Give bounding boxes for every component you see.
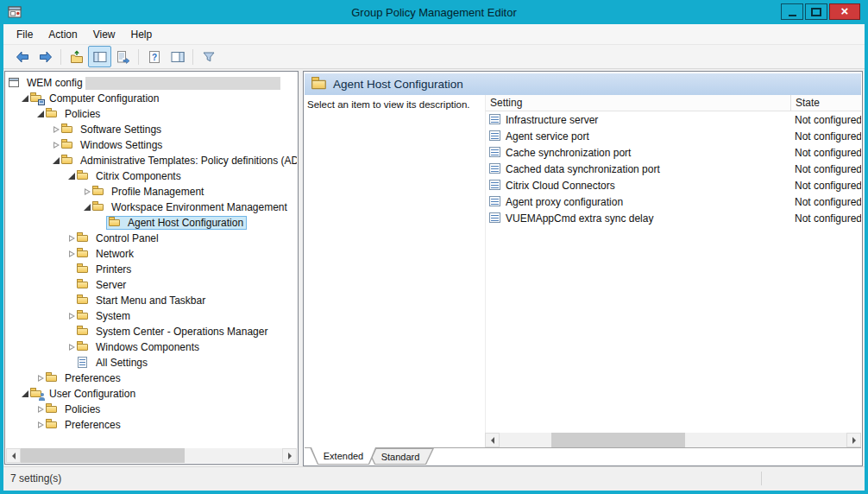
tree-item-wem-config[interactable]: WEM config bbox=[6, 75, 297, 91]
console-tree-pane: WEM config Computer Configuration Polici… bbox=[4, 71, 299, 465]
tree-item-system[interactable]: System bbox=[6, 308, 297, 324]
scroll-left-arrow[interactable] bbox=[485, 433, 500, 447]
collapsed-arrow-icon[interactable] bbox=[35, 404, 46, 415]
expanded-arrow-icon[interactable] bbox=[20, 93, 30, 104]
collapsed-arrow-icon[interactable] bbox=[66, 249, 77, 259]
expanded-arrow-icon[interactable] bbox=[35, 109, 46, 119]
selected-tree-item[interactable]: Agent Host Configuration bbox=[106, 216, 247, 230]
minimize-button[interactable] bbox=[781, 3, 803, 20]
show-hide-action-pane-button[interactable] bbox=[166, 46, 189, 67]
tree-item-profile-management[interactable]: Profile Management bbox=[6, 184, 297, 200]
tree-item-software-settings[interactable]: Software Settings bbox=[6, 122, 297, 137]
description-hint: Select an item to view its description. bbox=[307, 99, 483, 110]
filter-button[interactable] bbox=[197, 46, 220, 67]
expanded-arrow-icon[interactable] bbox=[20, 389, 30, 399]
tree-item-preferences-computer[interactable]: Preferences bbox=[6, 370, 297, 386]
tree-item-system-center-operations-manager[interactable]: System Center - Operations Manager bbox=[6, 324, 297, 339]
collapsed-arrow-icon[interactable] bbox=[51, 140, 61, 150]
tree-item-agent-host-configuration[interactable]: Agent Host Configuration bbox=[6, 215, 297, 231]
scroll-right-arrow[interactable] bbox=[846, 433, 861, 447]
scrollbar-thumb[interactable] bbox=[551, 433, 685, 447]
list-rows: Infrastructure server Not configured Age… bbox=[486, 111, 861, 433]
tree-item-printers[interactable]: Printers bbox=[6, 262, 297, 277]
tree-item-label: Software Settings bbox=[80, 124, 161, 136]
user-overlay-icon bbox=[38, 393, 46, 401]
window-title: Group Policy Management Editor bbox=[0, 0, 868, 24]
collapsed-arrow-icon[interactable] bbox=[82, 187, 92, 197]
menu-help[interactable]: Help bbox=[123, 26, 160, 43]
settings-row-cached-data-synchronization-port[interactable]: Cached data synchronization port Not con… bbox=[486, 161, 861, 177]
settings-row-agent-proxy-configuration[interactable]: Agent proxy configuration Not configured bbox=[486, 193, 861, 210]
window-titlebar[interactable]: Group Policy Management Editor bbox=[0, 0, 868, 24]
tree-item-policies-user[interactable]: Policies bbox=[6, 402, 297, 417]
export-list-button[interactable] bbox=[111, 46, 135, 67]
tree-item-citrix-components[interactable]: Citrix Components bbox=[6, 168, 297, 184]
console-tree: WEM config Computer Configuration Polici… bbox=[6, 73, 297, 448]
maximize-button[interactable] bbox=[805, 3, 827, 20]
all-settings-icon bbox=[77, 357, 91, 369]
tree-item-policies[interactable]: Policies bbox=[6, 106, 297, 122]
tree-item-network[interactable]: Network bbox=[6, 246, 297, 262]
tree-item-windows-components[interactable]: Windows Components bbox=[6, 339, 297, 355]
collapsed-arrow-icon[interactable] bbox=[66, 311, 77, 321]
column-header-state[interactable]: State bbox=[791, 95, 861, 111]
policy-setting-icon bbox=[489, 147, 501, 158]
list-horizontal-scrollbar[interactable] bbox=[485, 433, 861, 447]
close-button[interactable] bbox=[829, 3, 860, 20]
folder-icon bbox=[61, 139, 75, 151]
settings-row-cache-synchronization-port[interactable]: Cache synchronization port Not configure… bbox=[486, 144, 861, 161]
panes-area: WEM config Computer Configuration Polici… bbox=[3, 69, 865, 466]
tab-extended[interactable]: Extended bbox=[310, 447, 377, 465]
tree-item-server[interactable]: Server bbox=[6, 277, 297, 293]
expanded-arrow-icon[interactable] bbox=[82, 202, 92, 212]
scroll-right-arrow[interactable] bbox=[282, 448, 297, 463]
gpme-window: Group Policy Management Editor File Acti… bbox=[0, 0, 868, 494]
up-one-level-button[interactable] bbox=[65, 46, 88, 67]
settings-row-citrix-cloud-connectors[interactable]: Citrix Cloud Connectors Not configured bbox=[486, 177, 861, 193]
help-button[interactable]: ? bbox=[142, 46, 166, 67]
folder-icon bbox=[77, 326, 91, 338]
setting-state: Not configured bbox=[795, 147, 861, 159]
settings-row-agent-service-port[interactable]: Agent service port Not configured bbox=[486, 128, 861, 144]
show-hide-console-tree-button[interactable] bbox=[88, 46, 111, 67]
tree-item-label: Preferences bbox=[65, 372, 121, 384]
tree-item-windows-settings[interactable]: Windows Settings bbox=[6, 137, 297, 153]
scrollbar-thumb[interactable] bbox=[21, 448, 185, 463]
tree-item-label: WEM config bbox=[27, 77, 83, 89]
tree-item-control-panel[interactable]: Control Panel bbox=[6, 231, 297, 246]
collapsed-arrow-icon[interactable] bbox=[51, 124, 61, 135]
settings-list: Setting State Infrastructure server Not … bbox=[485, 95, 861, 433]
settings-row-vuemappcmd-extra-sync-delay[interactable]: VUEMAppCmd extra sync delay Not configur… bbox=[486, 210, 861, 226]
tree-item-computer-configuration[interactable]: Computer Configuration bbox=[6, 91, 297, 106]
expanded-arrow-icon[interactable] bbox=[51, 155, 61, 166]
folder-icon bbox=[46, 372, 60, 384]
collapsed-arrow-icon[interactable] bbox=[66, 233, 77, 244]
policy-setting-icon bbox=[489, 212, 501, 224]
folder-icon bbox=[77, 248, 91, 260]
tree-item-label: Preferences bbox=[65, 419, 121, 431]
tree-item-start-menu-and-taskbar[interactable]: Start Menu and Taskbar bbox=[6, 293, 297, 308]
expanded-arrow-icon[interactable] bbox=[66, 171, 77, 181]
settings-row-infrastructure-server[interactable]: Infrastructure server Not configured bbox=[486, 111, 861, 128]
collapsed-arrow-icon[interactable] bbox=[35, 420, 46, 430]
tree-item-administrative-templates[interactable]: Administrative Templates: Policy definit… bbox=[6, 153, 297, 168]
tree-item-user-configuration[interactable]: User Configuration bbox=[6, 386, 297, 402]
scroll-left-arrow[interactable] bbox=[6, 448, 21, 463]
toolbar-separator bbox=[60, 49, 61, 65]
back-button[interactable] bbox=[10, 46, 34, 67]
column-header-setting[interactable]: Setting bbox=[486, 95, 791, 111]
menu-file[interactable]: File bbox=[9, 26, 41, 43]
toolbar-separator bbox=[192, 49, 193, 65]
tree-item-label: Policies bbox=[65, 403, 100, 415]
forward-button[interactable] bbox=[34, 46, 57, 67]
collapsed-arrow-icon[interactable] bbox=[35, 373, 46, 383]
tree-horizontal-scrollbar[interactable] bbox=[6, 448, 297, 463]
tree-item-preferences-user[interactable]: Preferences bbox=[6, 417, 297, 433]
menu-view[interactable]: View bbox=[85, 26, 123, 43]
tree-item-all-settings[interactable]: All Settings bbox=[6, 355, 297, 370]
menu-action[interactable]: Action bbox=[41, 26, 85, 43]
collapsed-arrow-icon[interactable] bbox=[66, 342, 77, 352]
policy-setting-icon bbox=[489, 130, 501, 142]
tree-item-workspace-environment-management[interactable]: Workspace Environment Management bbox=[6, 200, 297, 215]
forward-icon bbox=[39, 50, 53, 64]
